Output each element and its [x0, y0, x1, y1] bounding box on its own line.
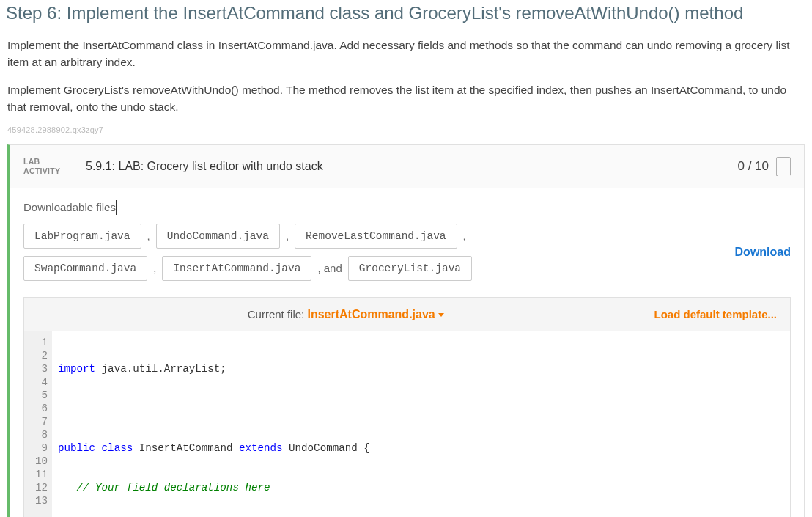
lab-activity-label: LAB ACTIVITY — [23, 157, 64, 175]
separator: , — [463, 230, 466, 242]
lab-panel: LAB ACTIVITY 5.9.1: LAB: Grocery list ed… — [7, 144, 805, 517]
file-chip[interactable]: InsertAtCommand.java — [162, 256, 311, 281]
lab-score: 0 / 10 — [737, 159, 769, 174]
lab-title: 5.9.1: LAB: Grocery list editor with und… — [86, 160, 737, 173]
file-chip[interactable]: LabProgram.java — [23, 224, 141, 249]
code-editor[interactable]: 12345678910111213 import java.util.Array… — [24, 331, 790, 518]
bookmark-icon[interactable] — [776, 157, 791, 176]
file-chip[interactable]: UndoCommand.java — [156, 224, 280, 249]
file-chip[interactable]: SwapCommand.java — [23, 256, 147, 281]
step-paragraph-2: Implement GroceryList's removeAtWithUndo… — [7, 81, 805, 116]
load-template-link[interactable]: Load default template... — [654, 308, 777, 320]
separator: , — [147, 230, 150, 242]
divider — [75, 154, 75, 179]
file-chip[interactable]: RemoveLastCommand.java — [295, 224, 457, 249]
file-chips: LabProgram.java , UndoCommand.java , Rem… — [23, 224, 588, 281]
watermark: 459428.2988902.qx3zqy7 — [7, 125, 805, 134]
lab-body: Downloadable files LabProgram.java , Und… — [10, 188, 804, 517]
chevron-down-icon — [438, 313, 444, 317]
files-section: LabProgram.java , UndoCommand.java , Rem… — [23, 224, 791, 281]
line-gutter: 12345678910111213 — [24, 331, 52, 518]
code-header: Current file: InsertAtCommand.java Load … — [24, 298, 790, 331]
separator: , — [153, 262, 156, 274]
file-chip[interactable]: GroceryList.java — [348, 256, 472, 281]
code-content[interactable]: import java.util.ArrayList; public class… — [52, 331, 376, 518]
step-paragraph-1: Implement the InsertAtCommand class in I… — [7, 37, 805, 71]
lab-header: LAB ACTIVITY 5.9.1: LAB: Grocery list ed… — [10, 145, 804, 188]
current-file-selector[interactable]: Current file: InsertAtCommand.java — [37, 308, 654, 321]
separator: , — [286, 230, 289, 242]
code-panel: Current file: InsertAtCommand.java Load … — [23, 297, 791, 518]
separator: , and — [317, 262, 342, 274]
current-file-name: InsertAtCommand.java — [307, 308, 435, 320]
downloadable-files-label: Downloadable files — [23, 200, 117, 215]
step-heading: Step 6: Implement the InsertAtCommand cl… — [6, 3, 805, 23]
current-file-prefix: Current file: — [248, 308, 308, 320]
download-link[interactable]: Download — [735, 246, 791, 259]
